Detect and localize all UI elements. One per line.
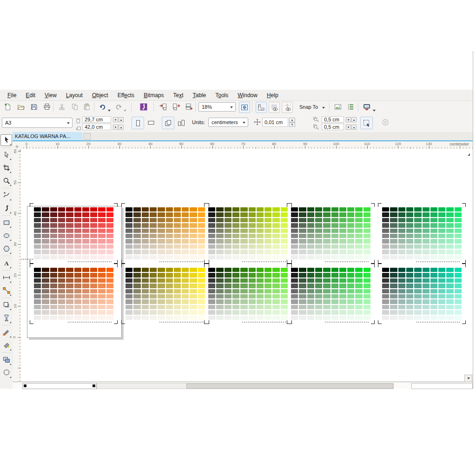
swatch-grid-turquoise[interactable] <box>382 268 462 320</box>
nudge-field[interactable]: 0,01 cm <box>262 118 288 127</box>
menu-table[interactable]: Table <box>188 91 211 100</box>
menu-edit[interactable]: Edit <box>21 91 40 100</box>
menu-bitmaps[interactable]: Bitmaps <box>139 91 168 100</box>
export-button[interactable] <box>171 102 181 112</box>
eyedropper-tool[interactable] <box>1 327 12 338</box>
horizontal-scrollbar[interactable] <box>97 383 394 389</box>
text-tool[interactable]: A <box>1 258 12 269</box>
crop-tool[interactable] <box>1 163 12 173</box>
show-guidelines-button[interactable] <box>282 102 293 113</box>
guideline-dash[interactable] <box>21 259 33 259</box>
swatch-cell <box>216 305 223 309</box>
menu-effects[interactable]: Effects <box>113 91 139 100</box>
portrait-button[interactable] <box>132 117 144 129</box>
duplicate-x-spinner[interactable]: ▼▲ <box>345 117 357 122</box>
save-button[interactable] <box>29 102 39 112</box>
landscape-button[interactable] <box>145 117 157 128</box>
menu-view[interactable]: View <box>40 91 61 100</box>
rectangle-tool[interactable] <box>1 218 12 228</box>
page-preset-combo[interactable]: A3 <box>2 118 73 128</box>
swatch-cell <box>339 268 346 272</box>
swatch-cell <box>455 229 462 233</box>
swatch-grid-spring-green[interactable] <box>382 207 462 259</box>
swatch-grid-yellow[interactable] <box>126 268 205 320</box>
treat-as-filled-button[interactable] <box>360 117 373 129</box>
wrap-text-button[interactable] <box>380 117 390 127</box>
vertical-ruler[interactable]: centimeters 6050403020100 <box>13 149 21 382</box>
view-options-button[interactable] <box>346 102 356 112</box>
presentation-dropdown[interactable] <box>373 105 377 110</box>
menu-text[interactable]: Text <box>168 91 188 100</box>
all-pages-button[interactable] <box>162 117 174 129</box>
undo-dropdown[interactable] <box>108 105 112 110</box>
fill-tool[interactable] <box>1 340 12 351</box>
page-width-field[interactable]: 29,7 cm <box>82 116 111 123</box>
swatch-grid-vivid-green[interactable] <box>291 268 370 320</box>
redo-button[interactable] <box>113 102 124 112</box>
search-content-button[interactable] <box>139 102 149 112</box>
units-combo[interactable]: centimeters <box>208 118 248 127</box>
artistic-media-tool[interactable] <box>1 203 12 214</box>
presentation-button[interactable] <box>362 102 372 112</box>
menu-help[interactable]: Help <box>262 91 283 100</box>
menu-file[interactable]: File <box>3 91 21 100</box>
page-height-spinner[interactable]: ▼▲ <box>112 125 124 130</box>
horizontal-scrollbar-thumb[interactable] <box>186 383 393 389</box>
drop-shadow-tool[interactable] <box>1 300 12 311</box>
transparency-tool[interactable] <box>1 313 12 324</box>
page-navigator[interactable] <box>22 383 97 389</box>
nudge-spinner[interactable]: ▲▼ <box>289 118 295 127</box>
swatch-grid-lime-green[interactable] <box>208 268 288 320</box>
dimension-tool[interactable] <box>1 272 12 283</box>
page-height-field[interactable]: 42,0 cm <box>82 124 111 130</box>
shape-tool[interactable] <box>1 150 12 160</box>
swatch-grid-orange[interactable] <box>126 207 205 259</box>
new-document-button[interactable] <box>3 102 13 112</box>
pick-tool[interactable] <box>0 134 12 146</box>
freehand-tool[interactable] <box>1 190 12 201</box>
show-rulers-button[interactable] <box>256 102 267 113</box>
polygon-tool[interactable] <box>1 244 12 254</box>
page-width-spinner[interactable]: ▼▲ <box>112 117 124 122</box>
open-button[interactable] <box>16 102 26 112</box>
swatch-grid-orange-red[interactable] <box>34 268 113 320</box>
copy-button[interactable] <box>70 102 80 112</box>
zoom-tool[interactable] <box>1 176 12 186</box>
new-tab-button[interactable] <box>84 133 91 140</box>
swatch-cell <box>430 218 437 222</box>
duplicate-x-field[interactable]: 0,5 cm <box>322 116 344 123</box>
interactive-fill-tool[interactable] <box>1 355 12 365</box>
snap-to-button[interactable]: Snap To <box>299 104 325 110</box>
publish-pdf-button[interactable]: PDF <box>184 102 194 112</box>
duplicate-y-field[interactable]: 0,5 cm <box>322 124 344 130</box>
document-tab[interactable]: KATALOG WARNA PA... <box>13 132 82 140</box>
menu-tools[interactable]: Tools <box>211 91 233 100</box>
menu-layout[interactable]: Layout <box>61 91 87 100</box>
swatch-grid-red[interactable] <box>34 207 113 259</box>
ruler-origin[interactable] <box>13 141 21 149</box>
cut-button[interactable] <box>57 102 67 112</box>
vertical-scroll-down-button[interactable] <box>464 375 472 382</box>
redo-dropdown[interactable] <box>124 105 128 110</box>
swatch-grid-chartreuse[interactable] <box>208 207 288 259</box>
menu-object[interactable]: Object <box>87 91 113 100</box>
menu-window[interactable]: Window <box>233 91 262 100</box>
drawing-canvas[interactable] <box>21 149 473 382</box>
import-button[interactable] <box>158 102 168 112</box>
zoom-level-combo[interactable]: 18% <box>198 102 236 112</box>
current-page-button[interactable] <box>175 117 187 128</box>
connector-tool[interactable] <box>1 285 12 296</box>
swatch-cell <box>90 250 97 254</box>
outline-tool[interactable] <box>1 368 12 378</box>
undo-button[interactable] <box>98 102 108 112</box>
ellipse-tool[interactable] <box>1 231 12 241</box>
horizontal-ruler[interactable]: centimeter 01020304050607080901001101201… <box>21 141 473 149</box>
print-button[interactable] <box>42 102 52 112</box>
show-grid-button[interactable] <box>269 102 280 113</box>
swatch-cell <box>232 212 239 217</box>
options-button[interactable] <box>333 102 343 112</box>
swatch-grid-green[interactable] <box>291 207 370 259</box>
duplicate-y-spinner[interactable]: ▼▲ <box>345 125 357 130</box>
zoom-fit-page-button[interactable] <box>239 102 250 113</box>
paste-button[interactable] <box>82 102 92 112</box>
